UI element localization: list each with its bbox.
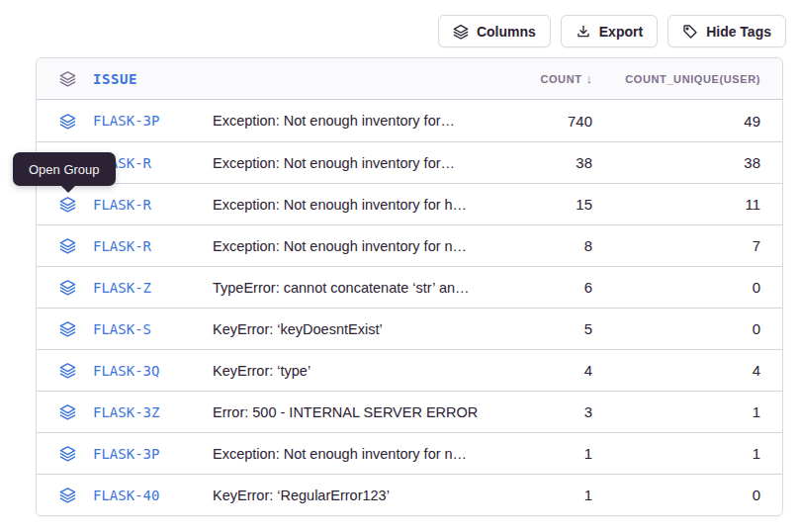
- export-button[interactable]: Export: [561, 15, 658, 47]
- table-row[interactable]: FLASK-3Q KeyError: ‘type’ 4 4: [37, 349, 782, 391]
- issue-link[interactable]: FLASK-3Z: [93, 404, 213, 420]
- issue-link[interactable]: FLASK-3P: [93, 446, 213, 462]
- open-group-icon-box[interactable]: [57, 403, 77, 420]
- stack-icon: [59, 154, 76, 171]
- toolbar: Columns Export Hide Tags: [438, 15, 786, 47]
- count-unique-value: 1: [592, 403, 760, 420]
- stack-icon: [59, 487, 76, 503]
- issue-title: Exception: Not enough inventory for h…: [213, 197, 503, 213]
- count-unique-value: 4: [592, 362, 760, 379]
- open-group-icon-box[interactable]: [57, 362, 77, 379]
- columns-button[interactable]: Columns: [438, 15, 551, 47]
- stack-icon: [59, 320, 76, 337]
- hide-tags-button[interactable]: Hide Tags: [667, 15, 786, 47]
- count-unique-value: 49: [592, 113, 760, 130]
- stack-icon: [59, 403, 76, 420]
- tag-icon: [682, 24, 698, 40]
- stack-icon: [59, 113, 76, 130]
- issue-link[interactable]: FLASK-3P: [93, 113, 213, 129]
- issue-link[interactable]: FLASK-R: [93, 197, 213, 213]
- issue-title: Exception: Not enough inventory for…: [213, 113, 503, 129]
- count-value: 4: [503, 362, 592, 379]
- count-unique-value: 38: [592, 154, 760, 171]
- count-value: 740: [503, 113, 592, 130]
- issue-link[interactable]: FLASK-S: [93, 321, 213, 337]
- issue-column-icon-box: [57, 70, 77, 87]
- issue-link[interactable]: FLASK-3Q: [93, 363, 213, 379]
- issue-title: Exception: Not enough inventory for n…: [213, 446, 503, 462]
- stack-icon: [453, 24, 469, 40]
- count-column-header[interactable]: COUNT↓: [503, 71, 592, 86]
- count-value: 38: [503, 154, 592, 171]
- table-row[interactable]: FLASK-3P Exception: Not enough inventory…: [37, 100, 782, 141]
- count-value: 6: [503, 279, 592, 296]
- table-header: ISSUE COUNT↓ COUNT_UNIQUE(USER): [37, 58, 782, 100]
- stack-icon: [59, 445, 76, 462]
- stack-icon: [59, 362, 76, 379]
- issue-title: Error: 500 - INTERNAL SERVER ERROR: [213, 404, 503, 420]
- issues-table: ISSUE COUNT↓ COUNT_UNIQUE(USER) FLASK-3P…: [36, 57, 783, 516]
- count-value: 1: [503, 445, 592, 462]
- open-group-icon-box[interactable]: [57, 113, 77, 130]
- issue-link[interactable]: FLASK-R: [93, 238, 213, 254]
- issue-link[interactable]: FLASK-40: [93, 488, 213, 503]
- issue-link[interactable]: FLASK-R: [93, 155, 213, 171]
- issue-link[interactable]: FLASK-Z: [93, 280, 213, 296]
- table-row[interactable]: FLASK-3P Exception: Not enough inventory…: [37, 432, 782, 474]
- open-group-icon-box[interactable]: [57, 445, 77, 462]
- count-value: 5: [503, 320, 592, 337]
- stack-icon: [59, 70, 76, 87]
- count-unique-value: 7: [592, 237, 760, 254]
- issue-column-header[interactable]: ISSUE: [93, 71, 213, 87]
- count-value: 3: [503, 403, 592, 420]
- count-value: 15: [503, 196, 592, 213]
- stack-icon: [59, 196, 76, 213]
- count-unique-value: 1: [592, 445, 760, 462]
- table-row[interactable]: FLASK-3Z Error: 500 - INTERNAL SERVER ER…: [37, 391, 782, 432]
- table-row[interactable]: FLASK-Z TypeError: cannot concatenate ‘s…: [37, 266, 782, 308]
- open-group-icon-box[interactable]: [57, 196, 77, 213]
- count-value: 1: [503, 487, 592, 503]
- issue-title: KeyError: ‘keyDoesntExist’: [213, 321, 503, 337]
- table-row[interactable]: FLASK-R Exception: Not enough inventory …: [37, 141, 782, 183]
- count-unique-column-header[interactable]: COUNT_UNIQUE(USER): [592, 73, 760, 85]
- stack-icon: [59, 279, 76, 296]
- open-group-icon-box[interactable]: [57, 279, 77, 296]
- hide-tags-button-label: Hide Tags: [706, 24, 771, 40]
- issue-title: KeyError: ‘type’: [213, 363, 503, 379]
- table-row[interactable]: FLASK-40 KeyError: ‘RegularError123’ 1 0: [37, 474, 782, 515]
- count-header-label: COUNT: [540, 73, 581, 85]
- count-unique-value: 0: [592, 487, 760, 503]
- open-group-icon-box[interactable]: [57, 237, 77, 254]
- count-unique-value: 0: [592, 279, 760, 296]
- issue-title: Exception: Not enough inventory for…: [213, 155, 503, 171]
- open-group-icon-box[interactable]: [57, 320, 77, 337]
- open-group-icon-box[interactable]: [57, 487, 77, 503]
- count-unique-value: 0: [592, 320, 760, 337]
- table-row[interactable]: FLASK-R Exception: Not enough inventory …: [37, 183, 782, 224]
- stack-icon: [59, 237, 76, 254]
- count-unique-value: 11: [592, 196, 760, 213]
- download-icon: [576, 24, 591, 40]
- issue-title: Exception: Not enough inventory for n…: [213, 238, 503, 254]
- open-group-icon-box[interactable]: [57, 154, 77, 171]
- columns-button-label: Columns: [477, 24, 536, 40]
- issue-title: KeyError: ‘RegularError123’: [213, 488, 503, 503]
- count-value: 8: [503, 237, 592, 254]
- export-button-label: Export: [599, 24, 643, 40]
- table-row[interactable]: FLASK-S KeyError: ‘keyDoesntExist’ 5 0: [37, 308, 782, 349]
- issue-title: TypeError: cannot concatenate ‘str’ an…: [213, 280, 503, 296]
- table-row[interactable]: FLASK-R Exception: Not enough inventory …: [37, 224, 782, 266]
